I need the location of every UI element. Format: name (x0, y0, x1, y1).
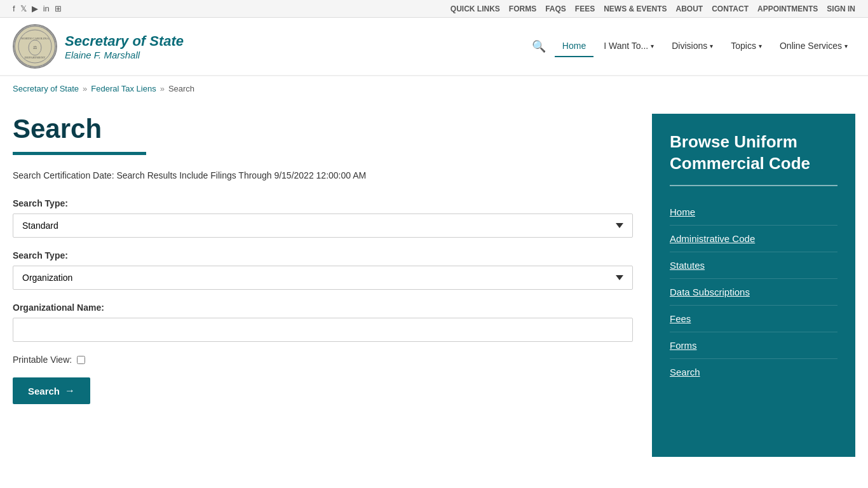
org-name-input[interactable] (13, 318, 633, 342)
sidebar-item-forms[interactable]: Forms (670, 332, 837, 359)
rss-icon[interactable]: ⊞ (55, 4, 62, 13)
chevron-down-icon: ▾ (710, 43, 713, 50)
svg-text:NORTH CAROLINA: NORTH CAROLINA (21, 37, 49, 40)
sidebar-fees-link[interactable]: Fees (670, 306, 837, 332)
search-type-1-label: Search Type: (13, 198, 633, 208)
chevron-down-icon: ▾ (651, 43, 654, 50)
search-type-1-select[interactable]: Standard Debtor Name File Number (13, 214, 633, 238)
sidebar-item-home[interactable]: Home (670, 199, 837, 226)
breadcrumb-federal-tax-liens[interactable]: Federal Tax Liens (91, 84, 156, 93)
sidebar-links: Home Administrative Code Statutes Data S… (670, 199, 837, 385)
sidebar-item-statutes[interactable]: Statutes (670, 252, 837, 279)
content-wrapper: Search Search Certification Date: Search… (0, 101, 868, 482)
contact-link[interactable]: CONTACT (712, 4, 749, 13)
nav-divisions[interactable]: Divisions ▾ (664, 36, 721, 57)
main-nav: 🔍 Home I Want To... ▾ Divisions ▾ Topics… (184, 36, 855, 57)
twitter-icon[interactable]: 𝕏 (20, 4, 27, 13)
printable-label: Printable View: (13, 355, 72, 365)
breadcrumb-sep-1: » (83, 84, 87, 93)
sidebar-statutes-link[interactable]: Statutes (670, 252, 837, 278)
sidebar-search-link[interactable]: Search (670, 359, 837, 385)
sidebar-divider (670, 185, 837, 186)
svg-text:DEPARTMENT: DEPARTMENT (25, 56, 46, 59)
logo-area: NORTH CAROLINA DEPARTMENT ⚖ Secretary of… (13, 24, 184, 69)
forms-top-link[interactable]: FORMS (509, 4, 536, 13)
youtube-icon[interactable]: ▶ (32, 4, 38, 13)
arrow-right-icon: → (65, 385, 75, 396)
sidebar-admin-code-link[interactable]: Administrative Code (670, 226, 837, 252)
sidebar-data-subscriptions-link[interactable]: Data Subscriptions (670, 279, 837, 305)
org-name-label: Organizational Name: (13, 302, 633, 313)
sidebar-item-fees[interactable]: Fees (670, 306, 837, 332)
state-seal: NORTH CAROLINA DEPARTMENT ⚖ (13, 24, 57, 69)
logo-title: Secretary of State (65, 33, 184, 50)
breadcrumb-sep-2: » (160, 84, 165, 93)
main-content: Search Search Certification Date: Search… (13, 114, 633, 457)
top-links: QUICK LINKS FORMS FAQS FEES NEWS & EVENT… (451, 4, 855, 13)
chevron-down-icon: ▾ (759, 43, 762, 50)
news-events-link[interactable]: NEWS & EVENTS (604, 4, 667, 13)
header: NORTH CAROLINA DEPARTMENT ⚖ Secretary of… (0, 18, 868, 76)
search-button-label: Search (28, 386, 60, 396)
nav-i-want-to[interactable]: I Want To... ▾ (596, 36, 661, 57)
nav-topics[interactable]: Topics ▾ (723, 36, 770, 57)
cert-date: Search Certification Date: Search Result… (13, 170, 633, 180)
logo-text: Secretary of State Elaine F. Marshall (65, 33, 184, 60)
top-bar: f 𝕏 ▶ in ⊞ QUICK LINKS FORMS FAQS FEES N… (0, 0, 868, 18)
title-underline (13, 152, 146, 155)
sidebar-item-search[interactable]: Search (670, 359, 837, 385)
search-button[interactable]: Search → (13, 377, 90, 404)
search-type-1-group: Search Type: Standard Debtor Name File N… (13, 198, 633, 238)
facebook-icon[interactable]: f (13, 4, 15, 13)
logo-subtitle: Elaine F. Marshall (65, 50, 184, 60)
fees-top-link[interactable]: FEES (575, 4, 595, 13)
breadcrumb-secretary-state[interactable]: Secretary of State (13, 84, 79, 93)
nav-online-services[interactable]: Online Services ▾ (772, 36, 855, 57)
sidebar-item-data-subscriptions[interactable]: Data Subscriptions (670, 279, 837, 306)
sidebar-title: Browse Uniform Commercial Code (670, 132, 837, 175)
appointments-link[interactable]: APPOINTMENTS (757, 4, 818, 13)
sidebar: Browse Uniform Commercial Code Home Admi… (652, 114, 855, 457)
nav-home[interactable]: Home (555, 36, 593, 57)
sidebar-item-admin-code[interactable]: Administrative Code (670, 226, 837, 252)
quick-links-link[interactable]: QUICK LINKS (451, 4, 500, 13)
about-link[interactable]: ABOUT (676, 4, 703, 13)
search-toggle-button[interactable]: 🔍 (526, 36, 552, 57)
page-title: Search (13, 114, 633, 144)
breadcrumb-current: Search (168, 84, 194, 93)
breadcrumb: Secretary of State » Federal Tax Liens »… (0, 76, 868, 101)
linkedin-icon[interactable]: in (43, 4, 50, 13)
sidebar-forms-link[interactable]: Forms (670, 332, 837, 358)
social-icons: f 𝕏 ▶ in ⊞ (13, 4, 62, 13)
printable-row: Printable View: (13, 355, 633, 365)
svg-text:⚖: ⚖ (33, 45, 37, 50)
chevron-down-icon: ▾ (844, 43, 848, 50)
faqs-link[interactable]: FAQS (545, 4, 566, 13)
search-type-2-label: Search Type: (13, 250, 633, 261)
search-type-2-group: Search Type: Organization Individual (13, 250, 633, 290)
org-name-group: Organizational Name: (13, 302, 633, 342)
sign-in-link[interactable]: SIGN IN (827, 4, 855, 13)
sidebar-home-link[interactable]: Home (670, 199, 837, 225)
printable-checkbox[interactable] (77, 356, 85, 364)
search-type-2-select[interactable]: Organization Individual (13, 266, 633, 290)
